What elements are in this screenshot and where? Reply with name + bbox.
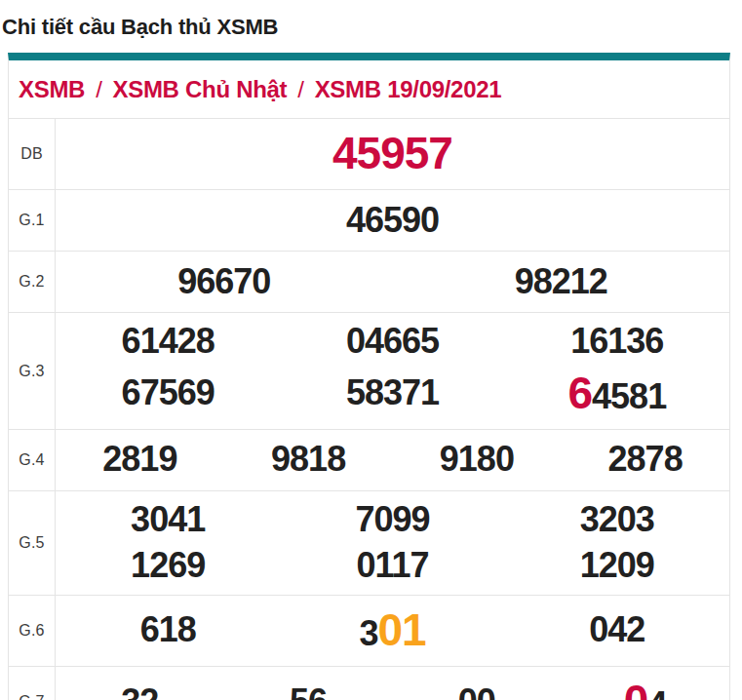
prize-label: G.3 <box>9 313 56 429</box>
number-segment: 6 <box>567 368 592 418</box>
number-segment: 96670 <box>177 261 270 301</box>
prize-row-db: DB45957 <box>9 118 729 189</box>
number-segment: 00 <box>458 681 495 700</box>
prize-number: 042 <box>589 607 644 652</box>
number-segment: 16136 <box>570 321 663 361</box>
number-segment: 618 <box>140 609 196 649</box>
prize-values: 2819981891802878 <box>56 430 729 490</box>
results-panel: XSMB/XSMB Chủ Nhật/XSMB 19/09/2021 DB459… <box>8 53 730 700</box>
prize-number: 96670 <box>177 259 270 304</box>
prize-values: 614280466516136675695837164581 <box>56 313 729 429</box>
prize-values: 304170993203126901171209 <box>56 491 729 595</box>
prize-number: 7099 <box>355 497 429 542</box>
prize-number: 0117 <box>356 543 428 588</box>
prize-label: G.1 <box>9 190 56 251</box>
prize-number: 9180 <box>440 437 514 482</box>
number-segment: 46590 <box>346 200 439 240</box>
breadcrumb-separator: / <box>96 76 101 103</box>
prize-row-g4: G.42819981891802878 <box>9 429 729 490</box>
number-segment: 3041 <box>131 499 205 539</box>
prize-row-g3: G.3614280466516136675695837164581 <box>9 312 729 429</box>
number-segment: 9818 <box>271 439 345 479</box>
number-segment: 2878 <box>608 439 683 479</box>
prize-row-g2: G.29667098212 <box>9 251 729 312</box>
prize-label: DB <box>9 119 56 189</box>
number-segment: 9180 <box>440 439 514 479</box>
prize-number: 3203 <box>580 497 654 542</box>
prize-number: 45957 <box>332 125 452 182</box>
prize-label: G.6 <box>9 596 56 666</box>
number-segment: 1269 <box>131 545 205 585</box>
prize-number: 1269 <box>131 543 205 588</box>
prize-label: G.5 <box>9 491 56 595</box>
number-segment: 67569 <box>122 372 215 412</box>
prize-number: 46590 <box>346 198 439 243</box>
number-segment: 56 <box>290 681 327 700</box>
number-segment: 1209 <box>580 545 654 585</box>
number-segment: 04665 <box>346 321 439 361</box>
breadcrumb-link[interactable]: XSMB 19/09/2021 <box>315 76 502 103</box>
results-table: DB45957G.146590G.29667098212G.3614280466… <box>9 118 729 700</box>
prize-number: 618 <box>140 607 196 652</box>
prize-label: G.7 <box>9 667 56 700</box>
prize-number: 04665 <box>346 319 439 364</box>
number-segment: 32 <box>121 681 158 700</box>
number-segment: 61428 <box>122 321 215 361</box>
number-segment: 45957 <box>332 128 452 178</box>
prize-row-g6: G.6618301042 <box>9 595 729 666</box>
page-title: Chi tiết cầu Bạch thủ XSMB <box>0 0 742 53</box>
prize-number: 2878 <box>608 437 683 482</box>
prize-number: 67569 <box>122 370 215 415</box>
number-segment: 98212 <box>515 261 607 301</box>
prize-number: 2819 <box>102 437 176 482</box>
number-segment: 4 <box>647 684 666 700</box>
prize-values: 46590 <box>56 190 729 251</box>
prize-values: 45957 <box>56 119 729 189</box>
prize-number: 1209 <box>580 543 654 588</box>
breadcrumb-link[interactable]: XSMB <box>19 76 85 103</box>
number-segment: 0117 <box>356 545 428 585</box>
prize-number: 56 <box>290 680 327 700</box>
prize-number: 16136 <box>570 319 663 364</box>
prize-number: 64581 <box>567 365 666 422</box>
number-segment: 01 <box>377 604 425 655</box>
number-segment: 3203 <box>580 499 654 539</box>
number-segment: 3 <box>359 613 377 653</box>
prize-number: 3041 <box>131 497 205 542</box>
number-segment: 58371 <box>346 372 439 412</box>
prize-number: 98212 <box>515 259 607 304</box>
breadcrumb-link[interactable]: XSMB Chủ Nhật <box>113 76 288 103</box>
prize-label: G.4 <box>9 430 56 490</box>
prize-number: 61428 <box>122 319 215 364</box>
breadcrumb: XSMB/XSMB Chủ Nhật/XSMB 19/09/2021 <box>9 60 729 118</box>
prize-row-g7: G.732560004 <box>9 666 729 700</box>
prize-values: 32560004 <box>56 667 729 700</box>
prize-number: 32 <box>121 680 158 700</box>
number-segment: 4581 <box>592 376 666 416</box>
number-segment: 0 <box>624 676 648 700</box>
number-segment: 042 <box>589 609 644 649</box>
prize-number: 04 <box>624 673 667 700</box>
prize-row-g1: G.146590 <box>9 189 729 251</box>
prize-number: 9818 <box>271 437 345 482</box>
prize-number: 301 <box>359 602 425 659</box>
breadcrumb-separator: / <box>297 76 303 103</box>
prize-number: 58371 <box>346 370 439 415</box>
prize-row-g5: G.5304170993203126901171209 <box>9 490 729 595</box>
prize-label: G.2 <box>9 252 56 312</box>
number-segment: 7099 <box>355 499 429 539</box>
prize-values: 9667098212 <box>56 252 729 312</box>
number-segment: 2819 <box>102 439 176 479</box>
prize-number: 00 <box>458 680 495 700</box>
prize-values: 618301042 <box>56 596 729 666</box>
